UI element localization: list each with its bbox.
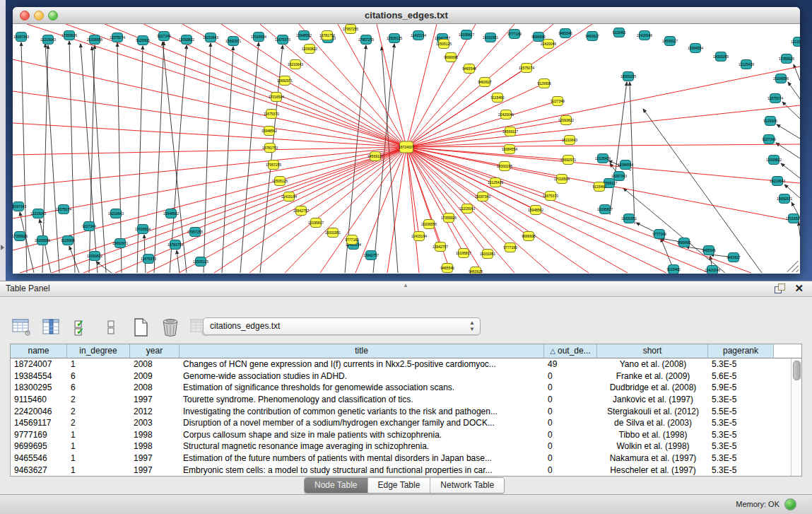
- graph-node[interactable]: 16210643: [108, 209, 124, 218]
- graph-node[interactable]: 9463627: [585, 32, 599, 41]
- graph-node[interactable]: 14569117: [502, 127, 518, 136]
- graph-node[interactable]: 12505125: [272, 177, 288, 186]
- graph-node[interactable]: 10195817: [459, 30, 474, 40]
- graph-node[interactable]: 16210643: [562, 136, 577, 145]
- graph-node[interactable]: 18724007: [399, 141, 414, 153]
- graph-node[interactable]: 17359926: [779, 54, 794, 64]
- table-row[interactable]: 946554611997Estimation of the future num…: [11, 452, 791, 465]
- graph-edge[interactable]: [782, 102, 800, 119]
- table-row[interactable]: 1456911722003Disruption of a novel membe…: [11, 417, 791, 429]
- graph-edge[interactable]: [382, 47, 398, 273]
- graph-edge[interactable]: [776, 143, 800, 158]
- graph-edge[interactable]: [406, 147, 419, 236]
- graph-node[interactable]: 15948562: [261, 127, 277, 136]
- graph-node[interactable]: 9465546: [558, 29, 572, 38]
- graph-edge[interactable]: [177, 250, 180, 273]
- table-settings-icon[interactable]: ⚙: [11, 317, 33, 338]
- graph-edge[interactable]: [406, 120, 566, 147]
- graph-node[interactable]: 12125439: [595, 154, 611, 163]
- float-panel-icon[interactable]: [775, 284, 785, 293]
- graph-edge[interactable]: [610, 82, 627, 215]
- graph-node[interactable]: 11675370: [264, 110, 279, 119]
- graph-node[interactable]: 19331951: [480, 250, 495, 259]
- graph-node[interactable]: 19331951: [325, 228, 341, 238]
- graph-node[interactable]: 9699695: [677, 238, 691, 247]
- graph-node[interactable]: 16781753: [262, 144, 278, 153]
- graph-node[interactable]: 9115460: [592, 182, 606, 192]
- table-row[interactable]: 911546021997Tourette syndrome. Phenomeno…: [11, 394, 791, 406]
- table-row[interactable]: 2242004622012Investigating the contribut…: [11, 405, 791, 417]
- graph-node[interactable]: 17016504: [554, 175, 570, 184]
- graph-node[interactable]: 22420046: [637, 31, 652, 40]
- graph-node[interactable]: 16097343: [13, 33, 29, 42]
- graph-node[interactable]: 9115460: [490, 93, 504, 103]
- column-header-year[interactable]: year: [130, 344, 180, 358]
- graph-node[interactable]: 13942757: [293, 206, 309, 216]
- graph-node[interactable]: 9227349: [551, 97, 565, 106]
- graph-node[interactable]: 15692971: [277, 76, 293, 86]
- graph-edge[interactable]: [406, 147, 709, 273]
- graph-node[interactable]: 9129906: [537, 79, 551, 88]
- table-row[interactable]: 969969511998Structural magnetic resonanc…: [11, 440, 791, 452]
- graph-node[interactable]: 9465546: [702, 246, 716, 255]
- graph-edge[interactable]: [154, 42, 164, 273]
- splitter-collapse-icon[interactable]: [1, 245, 4, 250]
- graph-node[interactable]: 16210643: [770, 177, 785, 186]
- vertical-scrollbar[interactable]: [791, 358, 801, 476]
- graph-node[interactable]: 9777169: [503, 243, 517, 252]
- graph-node[interactable]: 12093822: [87, 252, 102, 261]
- graph-node[interactable]: 9465546: [440, 264, 454, 273]
- graph-edge[interactable]: [170, 45, 187, 273]
- graph-node[interactable]: 12093822: [179, 35, 194, 45]
- graph-node[interactable]: 16210643: [288, 60, 303, 69]
- table-row[interactable]: 1872400712008Changes of HCN gene express…: [11, 358, 791, 370]
- graph-edge[interactable]: [406, 147, 628, 273]
- column-header-in_degree[interactable]: in_degree: [67, 344, 130, 358]
- graph-edge[interactable]: [781, 163, 800, 178]
- graph-node[interactable]: 9699695: [444, 53, 458, 62]
- graph-node[interactable]: 11675370: [275, 35, 290, 45]
- graph-node[interactable]: 12215043: [40, 35, 56, 45]
- graph-node[interactable]: 17957255: [343, 25, 358, 34]
- graph-node[interactable]: 16097343: [611, 172, 627, 181]
- graph-node[interactable]: 22420046: [498, 110, 514, 119]
- window-titlebar[interactable]: citations_edges.txt: [13, 7, 800, 24]
- column-header-title[interactable]: title: [180, 344, 544, 358]
- graph-edge[interactable]: [406, 105, 800, 147]
- column-header-pagerank[interactable]: pagerank: [708, 344, 774, 358]
- splitter-handle-icon[interactable]: ▲: [403, 282, 408, 288]
- graph-node[interactable]: 15692971: [225, 37, 241, 46]
- graph-edge[interactable]: [406, 66, 800, 147]
- graph-edge[interactable]: [13, 147, 406, 250]
- selection-mode-icon[interactable]: ✓ ✓: [71, 317, 92, 338]
- column-header-short[interactable]: short: [597, 344, 708, 358]
- graph-node[interactable]: 11575074: [110, 33, 125, 42]
- graph-node[interactable]: 17957255: [266, 160, 281, 170]
- graph-node[interactable]: 9227349: [157, 32, 171, 41]
- tab-network-table[interactable]: Network Table: [430, 478, 504, 493]
- graph-edge[interactable]: [137, 46, 143, 273]
- graph-edge[interactable]: [406, 24, 514, 147]
- graph-node[interactable]: 9227349: [82, 222, 96, 231]
- graph-edge[interactable]: [799, 222, 800, 236]
- graph-node[interactable]: 12215043: [791, 37, 800, 47]
- graph-node[interactable]: 17957255: [358, 35, 374, 45]
- graph-edge[interactable]: [788, 82, 800, 99]
- graph-node[interactable]: 11415194: [411, 31, 426, 40]
- table-row[interactable]: 977716911998Corpus callosum shape and si…: [11, 429, 791, 441]
- graph-node[interactable]: 17359926: [441, 214, 457, 223]
- graph-node[interactable]: 11415194: [411, 232, 427, 241]
- tab-node-table[interactable]: Node Table: [305, 478, 367, 493]
- graph-node[interactable]: 11575074: [519, 64, 534, 73]
- graph-node[interactable]: 20206556: [35, 236, 50, 245]
- row-height-icon[interactable]: [100, 317, 122, 338]
- graph-node[interactable]: 12505125: [387, 34, 402, 43]
- graph-node[interactable]: 9129906: [763, 117, 777, 126]
- graph-node[interactable]: 16210643: [203, 33, 218, 42]
- graph-edge[interactable]: [81, 44, 98, 273]
- close-panel-icon[interactable]: ✕: [794, 282, 804, 295]
- graph-node[interactable]: 9129906: [136, 36, 150, 45]
- graph-node[interactable]: 9463627: [726, 253, 741, 262]
- graph-edge[interactable]: [52, 147, 406, 273]
- graph-node[interactable]: 19331951: [483, 33, 498, 42]
